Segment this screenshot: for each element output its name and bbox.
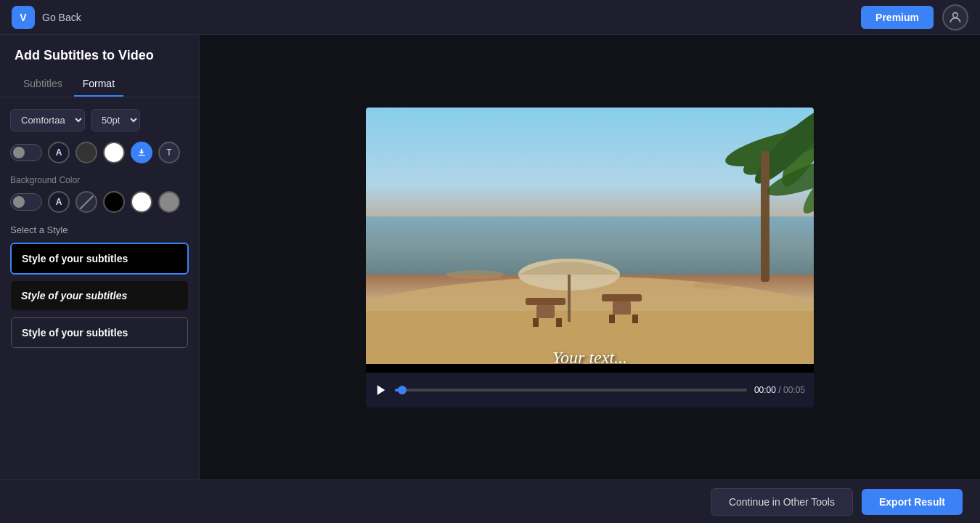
svg-rect-25: [632, 315, 638, 323]
svg-rect-20: [533, 318, 539, 327]
user-avatar[interactable]: [942, 4, 968, 31]
svg-rect-19: [536, 305, 555, 318]
font-row: Comfortaa 50pt: [10, 109, 189, 131]
text-color-swatch-white[interactable]: [103, 142, 125, 163]
bg-color-swatch-none[interactable]: [75, 191, 97, 213]
video-controls: 00:00 / 00:05: [366, 373, 814, 408]
svg-rect-1: [138, 155, 144, 156]
video-background: [366, 108, 814, 364]
style-option-1-text: Style of your subtitles: [12, 244, 187, 273]
svg-rect-12: [761, 151, 769, 282]
svg-point-0: [953, 12, 958, 17]
app-logo: V: [12, 6, 35, 29]
sidebar: Add Subtitles to Video Subtitles Format …: [0, 35, 200, 479]
svg-rect-22: [602, 294, 642, 301]
bg-color-a-button[interactable]: A: [48, 191, 70, 213]
tab-format[interactable]: Format: [74, 72, 123, 97]
text-color-toggle[interactable]: [10, 144, 42, 161]
tab-subtitles[interactable]: Subtitles: [15, 72, 71, 97]
time-sep-slash: /: [778, 385, 780, 395]
svg-marker-28: [377, 385, 385, 395]
header-right: Premium: [861, 4, 968, 31]
continue-other-tools-button[interactable]: Continue in Other Tools: [711, 488, 853, 516]
main-content: Add Subtitles to Video Subtitles Format …: [0, 35, 980, 479]
text-color-a-button[interactable]: A: [48, 142, 70, 163]
svg-rect-18: [526, 298, 565, 305]
video-area: Your text... 00:00 / 00:05: [200, 35, 980, 479]
bg-color-swatch-white[interactable]: [131, 191, 152, 213]
svg-rect-21: [556, 318, 562, 327]
time-display: 00:00 / 00:05: [754, 385, 805, 395]
header: V Go Back Premium: [0, 0, 980, 35]
header-left: V Go Back: [12, 6, 81, 29]
style-option-3[interactable]: Style of your subtitles: [10, 317, 189, 349]
svg-rect-17: [568, 275, 571, 322]
play-button[interactable]: [375, 384, 388, 397]
select-style-label: Select a Style: [10, 224, 189, 235]
text-color-download-button[interactable]: [131, 142, 152, 163]
text-color-swatch-darkgray[interactable]: [75, 142, 97, 163]
video-timeline[interactable]: [395, 389, 747, 392]
svg-point-26: [446, 270, 504, 279]
tabs-container: Subtitles Format: [0, 72, 199, 97]
svg-point-27: [693, 282, 736, 289]
current-time: 00:00: [754, 385, 776, 395]
background-color-label: Background Color: [10, 175, 189, 185]
go-back-button[interactable]: Go Back: [42, 12, 81, 23]
premium-button[interactable]: Premium: [861, 6, 934, 29]
bottom-bar: Continue in Other Tools Export Result: [0, 479, 980, 523]
font-size-select[interactable]: 50pt: [91, 109, 140, 131]
total-time: 00:05: [783, 385, 805, 395]
font-family-select[interactable]: Comfortaa: [10, 109, 85, 131]
bg-color-row: A: [10, 191, 189, 213]
timeline-dot: [398, 386, 407, 394]
style-option-1[interactable]: Style of your subtitles: [10, 243, 189, 275]
style-option-2[interactable]: Style of your subtitles: [10, 280, 189, 311]
bg-color-toggle[interactable]: [10, 193, 42, 211]
video-container: Your text... 00:00 / 00:05: [366, 108, 814, 408]
text-color-row: A T: [10, 142, 189, 163]
svg-rect-23: [613, 301, 631, 315]
video-subtitle: Your text...: [552, 348, 627, 368]
svg-rect-24: [609, 315, 615, 323]
style-option-2-text: Style of your subtitles: [11, 281, 188, 310]
page-title: Add Subtitles to Video: [0, 35, 199, 72]
bg-color-swatch-black[interactable]: [103, 191, 125, 213]
style-option-3-text: Style of your subtitles: [11, 317, 188, 348]
bg-color-swatch-gray[interactable]: [158, 191, 180, 213]
text-style-t-button[interactable]: T: [158, 142, 180, 163]
export-result-button[interactable]: Export Result: [862, 489, 963, 515]
sidebar-body: Comfortaa 50pt A T: [0, 97, 199, 479]
